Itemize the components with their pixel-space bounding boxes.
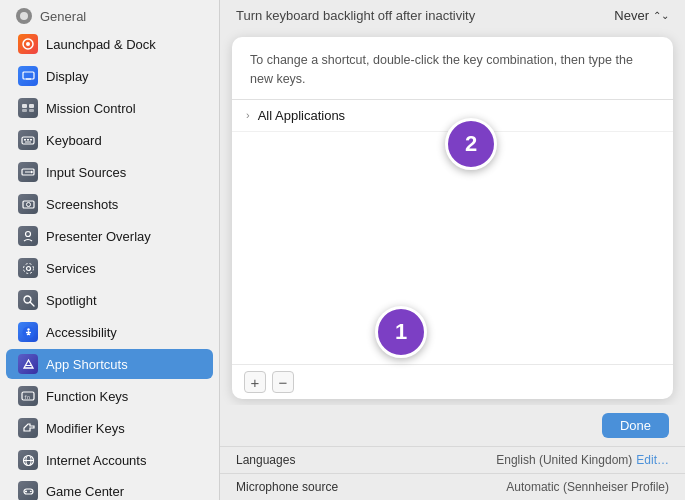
- svg-line-23: [30, 302, 34, 306]
- sidebar-item-screenshots[interactable]: Screenshots: [6, 189, 213, 219]
- panel-hint-text: To change a shortcut, double-click the k…: [232, 37, 673, 99]
- chevron-updown-icon: ⌃⌄: [653, 10, 669, 21]
- microphone-value-group: Automatic (Sennheiser Profile): [506, 480, 669, 494]
- sidebar-item-label: Spotlight: [46, 293, 97, 308]
- svg-point-25: [27, 328, 29, 330]
- keyboard-icon: [18, 130, 38, 150]
- sidebar-item-label: Input Sources: [46, 165, 126, 180]
- svg-point-0: [20, 12, 28, 20]
- general-section-header: General: [0, 0, 219, 28]
- launchpad-icon: [18, 34, 38, 54]
- function-keys-icon: fn: [18, 386, 38, 406]
- top-bar-text: Turn keyboard backlight off after inacti…: [236, 8, 475, 23]
- chevron-right-icon: ›: [246, 109, 250, 121]
- panel-footer: + −: [232, 364, 673, 399]
- add-shortcut-button[interactable]: +: [244, 371, 266, 393]
- svg-rect-6: [29, 104, 34, 108]
- svg-rect-3: [23, 72, 34, 79]
- general-icon: [16, 8, 32, 24]
- sidebar-item-label: Modifier Keys: [46, 421, 125, 436]
- sidebar-item-label: App Shortcuts: [46, 357, 128, 372]
- spotlight-icon: [18, 290, 38, 310]
- done-button-row: Done: [220, 405, 685, 446]
- sidebar-item-display[interactable]: Display: [6, 61, 213, 91]
- sidebar-item-label: Internet Accounts: [46, 453, 146, 468]
- display-icon: [18, 66, 38, 86]
- bottom-info-bar-2: Microphone source Automatic (Sennheiser …: [220, 473, 685, 500]
- languages-label: Languages: [236, 453, 295, 467]
- badge-2: 2: [445, 118, 497, 170]
- svg-rect-12: [30, 139, 32, 141]
- mission-control-icon: [18, 98, 38, 118]
- sidebar-item-game-center[interactable]: Game Center: [6, 476, 213, 500]
- sidebar-item-modifier-keys[interactable]: Modifier Keys: [6, 413, 213, 443]
- sidebar-item-label: Game Center: [46, 484, 124, 499]
- sidebar-item-input-sources[interactable]: Input Sources: [6, 157, 213, 187]
- svg-point-20: [26, 266, 30, 270]
- languages-value: English (United Kingdom): [496, 453, 632, 467]
- done-button[interactable]: Done: [602, 413, 669, 438]
- shortcuts-panel: To change a shortcut, double-click the k…: [232, 37, 673, 399]
- sidebar-item-label: Mission Control: [46, 101, 136, 116]
- never-label: Never: [614, 8, 649, 23]
- sidebar-item-label: Presenter Overlay: [46, 229, 151, 244]
- languages-row: Languages English (United Kingdom) Edit…: [220, 446, 685, 473]
- sidebar-item-label: Screenshots: [46, 197, 118, 212]
- svg-marker-16: [31, 171, 34, 174]
- microphone-label: Microphone source: [236, 480, 338, 494]
- svg-point-37: [29, 490, 30, 491]
- sidebar-item-keyboard[interactable]: Keyboard: [6, 125, 213, 155]
- languages-edit-link[interactable]: Edit…: [636, 453, 669, 467]
- never-badge: Never ⌃⌄: [614, 8, 669, 23]
- sidebar-item-presenter[interactable]: Presenter Overlay: [6, 221, 213, 251]
- top-bar: Turn keyboard backlight off after inacti…: [220, 0, 685, 31]
- presenter-overlay-icon: [18, 226, 38, 246]
- bottom-info-bar: Languages English (United Kingdom) Edit…: [220, 446, 685, 473]
- sidebar-item-label: Launchpad & Dock: [46, 37, 156, 52]
- sidebar-item-label: Keyboard: [46, 133, 102, 148]
- svg-point-2: [26, 42, 30, 46]
- microphone-row: Microphone source Automatic (Sennheiser …: [220, 473, 685, 500]
- svg-rect-11: [27, 139, 29, 141]
- sidebar-item-label: Display: [46, 69, 89, 84]
- all-applications-label: All Applications: [258, 108, 345, 123]
- main-content: Turn keyboard backlight off after inacti…: [220, 0, 685, 500]
- sidebar: General Launchpad & Dock Display Mission…: [0, 0, 220, 500]
- game-center-icon: [18, 481, 38, 500]
- svg-rect-7: [22, 109, 27, 112]
- sidebar-item-mission[interactable]: Mission Control: [6, 93, 213, 123]
- sidebar-item-label: Function Keys: [46, 389, 128, 404]
- languages-value-group: English (United Kingdom) Edit…: [496, 453, 669, 467]
- sidebar-item-function-keys[interactable]: fn Function Keys: [6, 381, 213, 411]
- svg-point-19: [26, 232, 31, 237]
- input-sources-icon: [18, 162, 38, 182]
- accessibility-icon: [18, 322, 38, 342]
- modifier-keys-icon: [18, 418, 38, 438]
- internet-accounts-icon: [18, 450, 38, 470]
- svg-text:fn: fn: [24, 394, 30, 400]
- services-icon: [18, 258, 38, 278]
- general-label: General: [40, 9, 86, 24]
- sidebar-item-app-shortcuts[interactable]: App Shortcuts: [6, 349, 213, 379]
- microphone-value: Automatic (Sennheiser Profile): [506, 480, 669, 494]
- sidebar-item-label: Services: [46, 261, 96, 276]
- sidebar-item-spotlight[interactable]: Spotlight: [6, 285, 213, 315]
- screenshots-icon: [18, 194, 38, 214]
- sidebar-item-internet-accounts[interactable]: Internet Accounts: [6, 445, 213, 475]
- app-shortcuts-icon: [18, 354, 38, 374]
- svg-point-18: [26, 202, 30, 206]
- svg-point-38: [31, 490, 32, 491]
- svg-point-21: [23, 263, 33, 273]
- svg-rect-10: [24, 139, 26, 141]
- svg-rect-13: [25, 141, 31, 142]
- svg-rect-5: [22, 104, 27, 108]
- sidebar-item-accessibility[interactable]: Accessibility: [6, 317, 213, 347]
- badge-1: 1: [375, 306, 427, 358]
- svg-rect-8: [29, 109, 34, 112]
- sidebar-item-services[interactable]: Services: [6, 253, 213, 283]
- remove-shortcut-button[interactable]: −: [272, 371, 294, 393]
- sidebar-bottom: Internet Accounts Game Center: [0, 444, 219, 500]
- sidebar-item-launchpad[interactable]: Launchpad & Dock: [6, 29, 213, 59]
- sidebar-item-label: Accessibility: [46, 325, 117, 340]
